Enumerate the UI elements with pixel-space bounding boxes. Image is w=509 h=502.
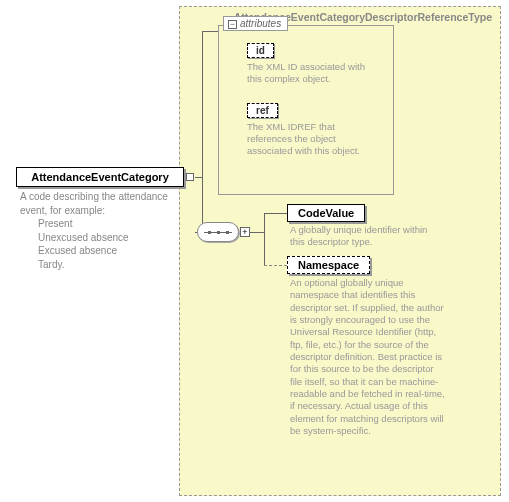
- attributes-title[interactable]: −attributes: [223, 16, 288, 31]
- attribute-item: ref The XML IDREF that references the ob…: [247, 100, 383, 158]
- enum-value: Tardy.: [20, 258, 180, 272]
- attributes-group: −attributes id The XML ID associated wit…: [218, 25, 394, 195]
- enum-value: Excused absence: [20, 244, 180, 258]
- element-codevalue-description: A globally unique identifier within this…: [290, 224, 440, 249]
- attribute-name-box[interactable]: ref: [247, 103, 278, 118]
- attribute-description: The XML IDREF that references the object…: [247, 121, 377, 158]
- attribute-name: ref: [256, 105, 269, 116]
- element-label: CodeValue: [298, 207, 354, 219]
- enum-value: Unexcused absence: [20, 231, 180, 245]
- attribute-name: id: [256, 45, 265, 56]
- expand-icon[interactable]: +: [240, 227, 250, 237]
- root-description: A code describing the attendance event, …: [20, 190, 180, 271]
- attributes-label: attributes: [240, 18, 281, 29]
- expand-handle[interactable]: [186, 173, 194, 181]
- enum-value: Present: [20, 217, 180, 231]
- element-codevalue-box[interactable]: CodeValue: [287, 204, 365, 222]
- element-label: Namespace: [298, 259, 359, 271]
- connector-line: [264, 213, 287, 214]
- root-element-box[interactable]: AttendanceEventCategory: [16, 167, 184, 187]
- collapse-icon[interactable]: −: [228, 20, 237, 29]
- element-namespace-box[interactable]: Namespace: [287, 256, 370, 274]
- sequence-connector-icon[interactable]: [197, 222, 239, 242]
- description-text: A code describing the attendance event, …: [20, 190, 180, 217]
- attribute-item: id The XML ID associated with this compl…: [247, 40, 383, 86]
- connector-line: [202, 31, 218, 32]
- connector-line: [195, 177, 202, 178]
- attribute-description: The XML ID associated with this complex …: [247, 61, 377, 86]
- root-element-label: AttendanceEventCategory: [31, 171, 169, 183]
- connector-line: [250, 232, 264, 233]
- element-namespace-description: An optional globally unique namespace th…: [290, 277, 446, 437]
- attribute-name-box[interactable]: id: [247, 43, 274, 58]
- connector-line: [264, 213, 265, 265]
- connector-line: [202, 31, 203, 177]
- connector-line: [264, 265, 287, 266]
